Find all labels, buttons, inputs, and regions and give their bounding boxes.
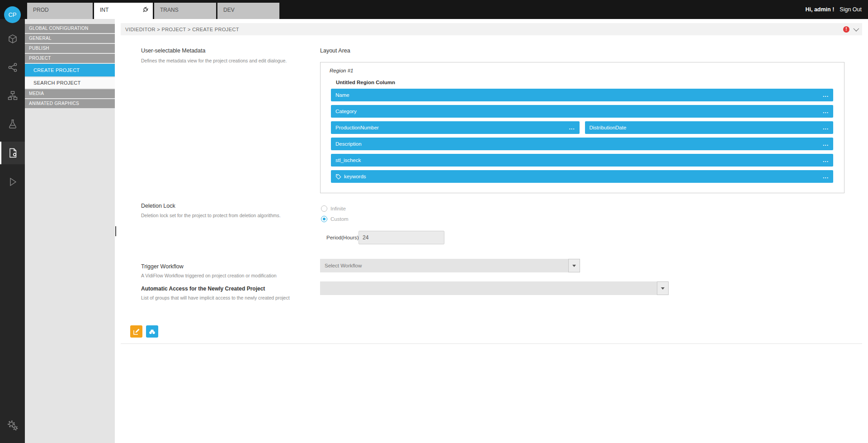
chip-menu-button[interactable]: ... <box>823 175 829 178</box>
layout-area-label: Layout Area <box>320 48 350 54</box>
chip-menu-button[interactable]: ... <box>569 126 575 129</box>
deletion-lock-title: Deletion Lock <box>141 203 175 209</box>
metadata-field-chip-keywords[interactable]: keywords ... <box>331 170 833 183</box>
splitter-handle[interactable] <box>115 226 116 236</box>
metadata-section-description: Defines the metadata view for the projec… <box>141 58 287 63</box>
chip-label: Description <box>335 141 362 147</box>
binoculars-icon <box>149 328 156 335</box>
tab-int[interactable]: INT <box>94 3 153 19</box>
chip-menu-button[interactable]: ... <box>823 110 829 113</box>
tag-icon <box>335 174 341 180</box>
metadata-field-chip-description[interactable]: Description ... <box>331 138 833 150</box>
main-area: VIDIEDITOR > PROJECT > CREATE PROJECT ! … <box>115 19 868 443</box>
sidebar-item-search-project[interactable]: SEARCH PROJECT <box>25 77 115 88</box>
tab-dev[interactable]: DEV <box>217 3 279 19</box>
breadcrumb-bar: VIDIEDITOR > PROJECT > CREATE PROJECT ! <box>121 23 862 35</box>
sign-out-link[interactable]: Sign Out <box>840 6 862 13</box>
period-hours-input[interactable] <box>359 231 444 244</box>
tab-label: INT <box>100 7 108 13</box>
flask-icon[interactable] <box>0 113 25 135</box>
dropdown-value: Select Workflow <box>320 263 362 268</box>
chip-label: DistributionDate <box>590 125 627 130</box>
chip-menu-button[interactable]: ... <box>823 158 829 162</box>
auto-access-title: Automatic Access for the Newly Created P… <box>141 286 265 292</box>
trigger-workflow-description: A VidiFlow Workflow triggered on project… <box>141 273 277 278</box>
app-icon-rail <box>0 19 25 443</box>
play-icon[interactable] <box>0 171 25 193</box>
chip-menu-button[interactable]: ... <box>823 93 829 97</box>
metadata-chip-list: Name ... Category ... ProductionNumber .… <box>331 89 833 183</box>
chevron-down-icon[interactable] <box>568 259 580 272</box>
radio-label: Custom <box>330 216 349 222</box>
settings-gears-icon[interactable] <box>0 414 25 437</box>
radio-label: Infinite <box>330 206 346 211</box>
radio-circle-icon <box>321 216 327 222</box>
auto-access-description: List of groups that will have implicit a… <box>141 295 290 300</box>
share-nodes-icon[interactable] <box>0 56 25 79</box>
tab-prod[interactable]: PROD <box>27 3 93 19</box>
chip-menu-button[interactable]: ... <box>823 142 829 146</box>
sidebar-item-create-project[interactable]: CREATE PROJECT <box>25 64 115 76</box>
error-icon[interactable]: ! <box>843 26 849 33</box>
chip-label: Category <box>335 109 357 114</box>
metadata-field-chip-name[interactable]: Name ... <box>331 89 833 101</box>
content-panel: User-selectable Metadata Defines the met… <box>121 35 862 344</box>
metadata-field-chip-distributiondate[interactable]: DistributionDate ... <box>585 121 834 134</box>
trigger-workflow-title: Trigger Workflow <box>141 263 184 270</box>
metadata-field-chip-stl-ischeck[interactable]: stl_ischeck ... <box>331 154 833 167</box>
custom-radio[interactable]: Custom <box>321 216 349 222</box>
chip-label: Name <box>335 92 349 98</box>
chevron-down-icon[interactable] <box>854 26 859 32</box>
sidebar-item-project[interactable]: PROJECT <box>25 54 115 63</box>
tab-trans[interactable]: TRANS <box>154 3 216 19</box>
period-hours-label: Period(Hours) <box>326 235 359 240</box>
document-gear-icon[interactable] <box>0 142 25 164</box>
metadata-field-chip-category[interactable]: Category ... <box>331 105 833 118</box>
infinite-radio[interactable]: Infinite <box>321 205 346 212</box>
radio-circle-icon <box>321 205 327 212</box>
chip-label: keywords <box>344 174 366 179</box>
chip-label: ProductionNumber <box>335 125 379 130</box>
config-sidebar: GLOBAL CONFIGURATION GENERAL PUBLISH PRO… <box>25 19 115 443</box>
sidebar-item-global-configuration[interactable]: GLOBAL CONFIGURATION <box>25 24 115 33</box>
region-column-title: Untitled Region Column <box>336 80 395 85</box>
sidebar-item-media[interactable]: MEDIA <box>25 89 115 98</box>
pencil-icon <box>133 328 140 335</box>
chip-menu-button[interactable]: ... <box>823 126 829 129</box>
cube-icon[interactable] <box>0 28 25 50</box>
sidebar-item-publish[interactable]: PUBLISH <box>25 44 115 53</box>
sidebar-item-general[interactable]: GENERAL <box>25 34 115 43</box>
find-button[interactable] <box>146 325 158 338</box>
edit-button[interactable] <box>130 325 142 338</box>
auto-access-select[interactable] <box>320 281 669 295</box>
avatar[interactable]: CP <box>4 6 21 23</box>
top-bar: PROD INT TRANS DEV Hi, admin ! Sign Out <box>0 0 868 19</box>
chevron-down-icon[interactable] <box>657 281 669 295</box>
environment-tabs: PROD INT TRANS DEV <box>27 3 281 19</box>
user-area: Hi, admin ! Sign Out <box>805 0 862 19</box>
tab-label: PROD <box>33 7 49 13</box>
breadcrumb: VIDIEDITOR > PROJECT > CREATE PROJECT <box>125 27 239 32</box>
metadata-section-title: User-selectable Metadata <box>141 48 205 54</box>
workflow-nodes-icon[interactable] <box>0 84 25 107</box>
trigger-workflow-select[interactable]: Select Workflow <box>320 259 580 272</box>
plug-icon <box>142 6 149 13</box>
region-title: Region #1 <box>330 68 353 73</box>
metadata-field-chip-productionnumber[interactable]: ProductionNumber ... <box>331 121 580 134</box>
layout-area: Region #1 Untitled Region Column Name ..… <box>320 62 844 193</box>
deletion-lock-description: Deletion lock set for the project to pro… <box>141 213 281 218</box>
sidebar-item-animated-graphics[interactable]: ANIMATED GRAPHICS <box>25 99 115 108</box>
tab-label: DEV <box>223 7 235 13</box>
tab-label: TRANS <box>160 7 179 13</box>
user-greeting: Hi, admin ! <box>805 6 834 13</box>
chip-label: stl_ischeck <box>335 157 361 163</box>
